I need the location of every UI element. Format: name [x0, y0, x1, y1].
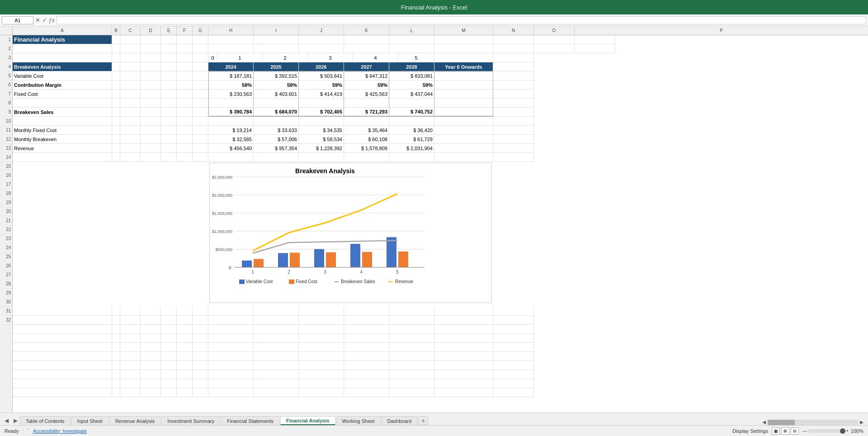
cell[interactable] [141, 334, 161, 343]
cell[interactable] [141, 90, 161, 99]
cell[interactable] [120, 144, 141, 153]
cell[interactable] [193, 153, 208, 162]
cm-pct-0[interactable]: 59% [208, 81, 254, 90]
vc-0[interactable]: $ 187,181 [208, 71, 254, 81]
cell[interactable] [299, 379, 344, 388]
cell[interactable] [112, 135, 120, 144]
cell[interactable] [254, 153, 299, 162]
cell[interactable] [112, 44, 120, 53]
cell[interactable] [389, 316, 434, 325]
cell[interactable] [112, 316, 120, 325]
cell[interactable] [208, 307, 254, 316]
cell[interactable] [177, 352, 193, 361]
cell[interactable] [177, 343, 193, 352]
cm-pct-2[interactable]: 59% [299, 81, 344, 90]
cell[interactable] [493, 316, 534, 325]
cell[interactable] [493, 144, 534, 153]
cell[interactable] [299, 35, 344, 44]
cell[interactable] [177, 334, 193, 343]
cell[interactable] [112, 343, 120, 352]
cell[interactable] [493, 126, 534, 135]
cell[interactable] [434, 126, 493, 135]
cell[interactable] [434, 307, 493, 316]
monthly-fixed-cost-label[interactable]: Monthly Fixed Cost [13, 126, 112, 135]
chart-container[interactable]: Breakeven Analysis$-$500,000$1,000,000$1… [209, 163, 492, 303]
name-box[interactable] [2, 16, 33, 24]
cell[interactable] [161, 62, 177, 71]
cell[interactable] [193, 126, 208, 135]
cell[interactable] [112, 307, 120, 316]
cell[interactable] [193, 334, 208, 343]
bs-3[interactable]: $ 721,293 [344, 108, 389, 117]
cell[interactable] [434, 117, 493, 126]
cell[interactable] [13, 352, 112, 361]
tab-revenue-analysis[interactable]: Revenue Analysis [109, 416, 160, 425]
col-header-G[interactable]: G [193, 26, 208, 35]
insert-function-icon[interactable]: ƒx [49, 17, 55, 24]
cell[interactable] [161, 388, 177, 397]
cell[interactable] [120, 361, 141, 370]
idx-3[interactable]: 3 [308, 53, 353, 62]
cell[interactable] [112, 153, 120, 162]
cell[interactable] [193, 361, 208, 370]
horizontal-scrollbar[interactable]: ◀ ▶ [762, 419, 863, 425]
idx-4[interactable]: 4 [353, 53, 398, 62]
cell[interactable] [161, 153, 177, 162]
mfc-3[interactable]: $ 35,464 [344, 126, 389, 135]
cell[interactable] [434, 108, 493, 117]
cell[interactable] [141, 126, 161, 135]
cell[interactable] [120, 62, 141, 71]
cell[interactable] [434, 352, 493, 361]
cell[interactable] [120, 379, 141, 388]
cell[interactable] [434, 90, 493, 99]
cell[interactable] [434, 379, 493, 388]
cell[interactable] [434, 35, 493, 44]
cell[interactable] [434, 343, 493, 352]
cell[interactable] [112, 99, 120, 108]
cell[interactable] [299, 361, 344, 370]
cell[interactable] [389, 35, 434, 44]
cell[interactable] [254, 316, 299, 325]
cell[interactable] [177, 135, 193, 144]
cell[interactable] [120, 99, 141, 108]
cell[interactable] [344, 153, 389, 162]
scrollbar-thumb[interactable] [768, 420, 795, 425]
cell[interactable] [299, 370, 344, 379]
col-header-rest[interactable]: P [575, 26, 868, 35]
cell[interactable] [534, 44, 575, 53]
sheet-title-cell[interactable]: Financial Analysis [13, 35, 112, 44]
year-2025-header[interactable]: 2025 [254, 62, 299, 71]
cell[interactable] [434, 53, 493, 62]
cell[interactable] [112, 81, 120, 90]
cell[interactable] [434, 135, 493, 144]
cell[interactable] [208, 44, 254, 53]
cell[interactable] [254, 361, 299, 370]
cell[interactable] [13, 316, 112, 325]
cell[interactable] [177, 62, 193, 71]
cell[interactable] [493, 117, 534, 126]
cell[interactable] [112, 126, 120, 135]
revenue-label[interactable]: Revenue [13, 144, 112, 153]
cell[interactable] [120, 126, 141, 135]
cell[interactable] [177, 117, 193, 126]
rev-2[interactable]: $ 1,228,392 [299, 144, 344, 153]
col-header-L[interactable]: L [389, 26, 434, 35]
formula-confirm-icon[interactable]: ✓ [42, 17, 47, 24]
tab-table-of-contents[interactable]: Table of Contents [20, 416, 71, 425]
cell[interactable] [493, 343, 534, 352]
bs-2[interactable]: $ 702,405 [299, 108, 344, 117]
contribution-margin-label[interactable]: Contribution Margin [13, 81, 112, 90]
cell[interactable] [13, 361, 112, 370]
cell[interactable] [112, 108, 120, 117]
fixed-cost-label[interactable]: Fixed Cost [13, 90, 112, 99]
year-2027-header[interactable]: 2027 [344, 62, 389, 71]
cell[interactable] [254, 370, 299, 379]
cell[interactable] [493, 370, 534, 379]
cell[interactable] [13, 153, 112, 162]
normal-view-button[interactable]: ▦ [772, 427, 780, 435]
cell[interactable] [434, 316, 493, 325]
cell[interactable] [208, 153, 254, 162]
cell[interactable] [389, 334, 434, 343]
cell[interactable] [434, 325, 493, 334]
cm-pct-3[interactable]: 59% [344, 81, 389, 90]
